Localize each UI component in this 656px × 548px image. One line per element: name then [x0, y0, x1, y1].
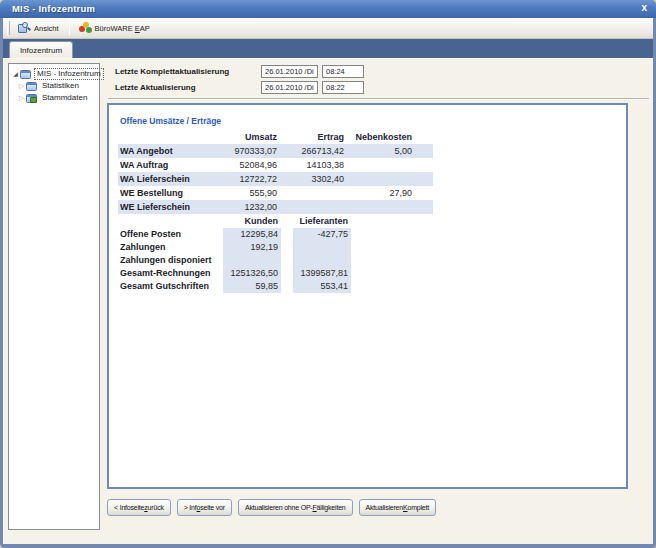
cell-nebenkosten — [346, 200, 433, 214]
col-header-ertrag: Ertrag — [279, 130, 346, 144]
statistiken-node-icon — [26, 82, 37, 91]
cell-umsatz: 12722,72 — [220, 172, 279, 186]
row-label: Gesamt-Rechnungen — [118, 267, 223, 280]
col-header-nebenkosten: Nebenkosten — [346, 130, 433, 144]
collapsed-arrow-icon[interactable]: ▷ — [18, 80, 25, 92]
ansicht-label: Ansicht — [34, 24, 59, 33]
row-label: WA Lieferschein — [118, 172, 220, 186]
view-magnifier-icon — [18, 22, 31, 34]
cell-nebenkosten: 5,00 — [346, 144, 433, 158]
tab-infozentrum[interactable]: Infozentrum — [9, 41, 73, 58]
cell-umsatz: 1232,00 — [220, 200, 279, 214]
row-label: WE Bestellung — [118, 186, 220, 200]
content-area: ◢ MIS - Infozentrum ▷ Statistiken ▷ Stam… — [3, 58, 653, 544]
toolbar-separator — [69, 21, 70, 35]
tree-item-label[interactable]: Statistiken — [40, 81, 81, 91]
last-update-label: Letzte Aktualisierung — [115, 83, 196, 92]
title-bar: MIS - Infozentrum x — [0, 0, 656, 18]
cell-kunden: 1251326,50 — [223, 267, 281, 280]
row-label: Zahlungen disponiert — [118, 254, 223, 267]
app-window: MIS - Infozentrum x Ansicht BüroWARE EAP… — [0, 0, 656, 548]
cell-lieferanten: 553,41 — [293, 280, 351, 293]
cell-kunden — [223, 254, 281, 267]
umsaetze-table: Umsatz Ertrag Nebenkosten WA Angebot 970… — [118, 130, 433, 214]
expanded-arrow-icon[interactable]: ◢ — [12, 68, 19, 80]
row-label: Zahlungen — [118, 241, 223, 254]
tree-item-mis-infozentrum[interactable]: ◢ MIS - Infozentrum — [9, 68, 99, 80]
cell-nebenkosten — [346, 158, 433, 172]
col-header-kunden: Kunden — [223, 215, 281, 228]
row-label: WA Angebot — [118, 144, 220, 158]
tree-item-statistiken[interactable]: ▷ Statistiken — [9, 80, 99, 92]
posten-table: Kunden Lieferanten Offene Posten 12295,8… — [118, 215, 351, 293]
cell-lieferanten — [293, 254, 351, 267]
buroware-eap-button[interactable]: BüroWARE EAP — [74, 20, 156, 37]
tree-panel: ◢ MIS - Infozentrum ▷ Statistiken ▷ Stam… — [8, 63, 100, 530]
panel-heading: Offene Umsätze / Erträge — [120, 116, 221, 126]
toolbar-grip[interactable] — [7, 21, 10, 35]
tree-item-stammdaten[interactable]: ▷ Stammdaten — [9, 92, 99, 104]
close-icon[interactable]: x — [641, 2, 647, 14]
cell-lieferanten: 1399587,81 — [293, 267, 351, 280]
window-title: MIS - Infozentrum — [12, 3, 95, 14]
toolbar: Ansicht BüroWARE EAP — [3, 18, 653, 39]
cell-kunden: 192,19 — [223, 241, 281, 254]
cell-umsatz: 52084,96 — [220, 158, 279, 172]
ansicht-button[interactable]: Ansicht — [14, 20, 65, 37]
horizontal-divider — [108, 98, 649, 100]
cell-lieferanten — [293, 241, 351, 254]
button-row: < Infoseite zurück > Infoseite vor Aktua… — [107, 499, 436, 516]
aktualisieren-ohne-op-button[interactable]: Aktualisieren ohne OP-Fälligkeiten — [238, 499, 353, 516]
table2-corner — [118, 215, 223, 228]
stammdaten-node-icon — [26, 94, 37, 103]
cell-ertrag: 266713,42 — [279, 144, 346, 158]
aktualisieren-komplett-button[interactable]: Aktualisieren Komplett — [359, 499, 437, 516]
infoseite-zurueck-button[interactable]: < Infoseite zurück — [107, 499, 171, 516]
infozentrum-node-icon — [20, 70, 31, 79]
cell-nebenkosten: 27,90 — [346, 186, 433, 200]
cell-umsatz: 970333,07 — [220, 144, 279, 158]
cell-umsatz: 555,90 — [220, 186, 279, 200]
cell-kunden: 12295,84 — [223, 228, 281, 241]
cell-lieferanten: -427,75 — [293, 228, 351, 241]
table1-corner — [118, 130, 220, 144]
last-update-date-field: 26.01.2010 /Di — [261, 81, 318, 94]
col-header-umsatz: Umsatz — [220, 130, 279, 144]
info-panel: Offene Umsätze / Erträge Umsatz Ertrag N… — [107, 103, 628, 489]
row-label: WE Lieferschein — [118, 200, 220, 214]
tree-item-label[interactable]: MIS - Infozentrum — [34, 68, 104, 80]
tree-item-label[interactable]: Stammdaten — [40, 93, 89, 103]
last-update-time-field: 08:22 — [322, 81, 364, 94]
cell-ertrag: 3302,40 — [279, 172, 346, 186]
cell-ertrag: 14103,38 — [279, 158, 346, 172]
row-label: WA Auftrag — [118, 158, 220, 172]
last-full-update-label: Letzte Komplettaktualisierung — [115, 67, 229, 76]
row-label: Gesamt Gutschriften — [118, 280, 223, 293]
buroware-eap-icon — [78, 22, 92, 34]
col-header-lieferanten: Lieferanten — [293, 215, 351, 228]
row-label: Offene Posten — [118, 228, 223, 241]
cell-ertrag — [279, 186, 346, 200]
infoseite-vor-button[interactable]: > Infoseite vor — [177, 499, 232, 516]
cell-nebenkosten — [346, 172, 433, 186]
buroware-eap-label: BüroWARE EAP — [95, 24, 150, 33]
cell-ertrag — [279, 200, 346, 214]
last-full-update-time-field: 08:24 — [322, 65, 364, 78]
cell-kunden: 59,85 — [223, 280, 281, 293]
tab-strip: Infozentrum — [3, 39, 653, 58]
last-full-update-date-field: 26.01.2010 /Di — [261, 65, 318, 78]
collapsed-arrow-icon[interactable]: ▷ — [18, 92, 25, 104]
